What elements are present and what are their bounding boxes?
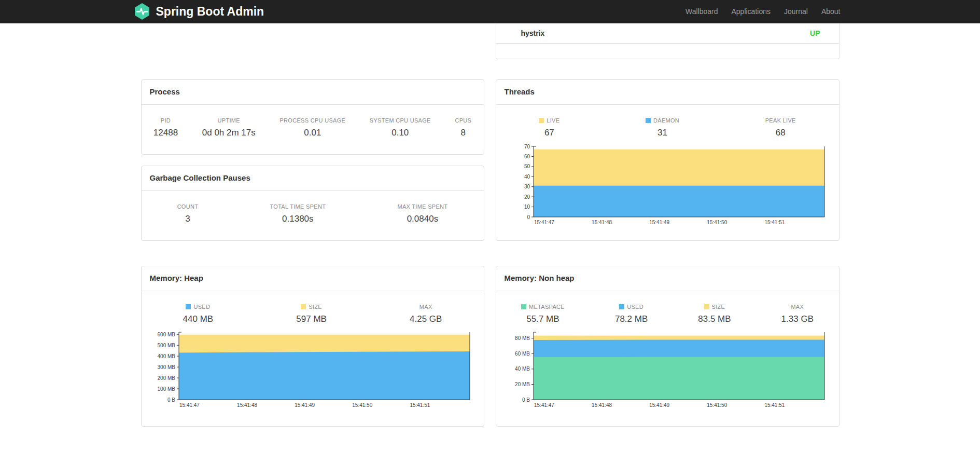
legend-value: 1.33 GB — [781, 314, 814, 324]
threads-legend: LIVE 67 DAEMON 31 PEAK LIVE 68 — [496, 105, 839, 138]
nav-link-about[interactable]: About — [815, 0, 847, 23]
panel-health: hystrix UP — [496, 23, 839, 59]
metric-label: TOTAL TIME SPENT — [270, 203, 326, 210]
legend-used: USED 78.2 MB — [615, 304, 648, 324]
size-swatch-icon — [301, 304, 306, 309]
legend-value: 4.25 GB — [410, 314, 442, 324]
svg-text:400 MB: 400 MB — [157, 353, 175, 359]
nonheap-chart: 0 B20 MB40 MB60 MB80 MB15:41:4715:41:481… — [503, 328, 839, 412]
svg-text:40 MB: 40 MB — [515, 366, 530, 372]
metric-label: CPUS — [455, 117, 471, 124]
spring-boot-admin-logo-icon — [133, 3, 151, 20]
svg-text:100 MB: 100 MB — [157, 386, 175, 392]
svg-text:600 MB: 600 MB — [157, 332, 175, 337]
svg-text:15:41:47: 15:41:47 — [534, 402, 554, 408]
metric-value: 0.0840s — [397, 214, 447, 224]
health-status-badge: UP — [810, 29, 820, 37]
svg-text:15:41:49: 15:41:49 — [295, 402, 315, 408]
legend-value: 68 — [765, 128, 796, 138]
svg-text:60 MB: 60 MB — [515, 351, 530, 357]
metric-cpus: CPUS 8 — [455, 117, 471, 138]
svg-text:500 MB: 500 MB — [157, 343, 175, 348]
metric-label: PID — [153, 117, 178, 124]
used-swatch-icon — [619, 304, 624, 309]
nav-link-wallboard[interactable]: Wallboard — [679, 0, 725, 23]
svg-text:15:41:48: 15:41:48 — [592, 220, 612, 225]
panel-threads: Threads LIVE 67 DAEMON 31 PEAK LIVE 68 — [496, 79, 839, 241]
legend-label: METASPACE — [529, 304, 565, 310]
svg-text:200 MB: 200 MB — [157, 375, 175, 381]
metric-process-cpu: PROCESS CPU USAGE 0.01 — [279, 117, 345, 138]
panel-gc-pauses: Garbage Collection Pauses COUNT 3 TOTAL … — [141, 166, 484, 241]
metric-system-cpu: SYSTEM CPU USAGE 0.10 — [370, 117, 431, 138]
panel-title: Memory: Non heap — [496, 266, 839, 291]
health-row-hystrix: hystrix UP — [496, 23, 839, 44]
used-swatch-icon — [186, 304, 191, 309]
metric-label: COUNT — [177, 203, 199, 210]
svg-text:60: 60 — [524, 154, 530, 159]
svg-text:15:41:47: 15:41:47 — [179, 402, 200, 408]
svg-text:70: 70 — [524, 144, 530, 149]
metric-value: 12488 — [153, 128, 178, 138]
legend-value: 67 — [539, 128, 559, 138]
nav-link-applications[interactable]: Applications — [724, 0, 777, 23]
legend-value: 31 — [646, 128, 679, 138]
svg-text:10: 10 — [524, 204, 530, 210]
metric-pid: PID 12488 — [153, 117, 178, 138]
legend-peak-live: PEAK LIVE 68 — [765, 117, 796, 138]
legend-size: SIZE 83.5 MB — [698, 304, 731, 324]
metric-gc-max-time: MAX TIME SPENT 0.0840s — [397, 203, 447, 224]
navbar-links: Wallboard Applications Journal About — [679, 0, 847, 23]
svg-text:15:41:49: 15:41:49 — [649, 220, 669, 225]
svg-text:20: 20 — [524, 194, 530, 200]
legend-value: 440 MB — [183, 314, 214, 324]
metric-label: SYSTEM CPU USAGE — [370, 117, 431, 124]
svg-text:80 MB: 80 MB — [515, 335, 530, 341]
metaspace-swatch-icon — [521, 304, 526, 309]
size-swatch-icon — [704, 304, 709, 309]
metric-value: 0.10 — [370, 128, 431, 138]
panel-memory-heap: Memory: Heap USED 440 MB SIZE 597 MB MAX… — [141, 266, 484, 427]
legend-size: SIZE 597 MB — [296, 304, 327, 324]
brand-link[interactable]: Spring Boot Admin — [133, 3, 264, 20]
metric-value: 0d 0h 2m 17s — [202, 128, 256, 138]
legend-label: USED — [627, 304, 643, 310]
svg-text:15:41:50: 15:41:50 — [707, 220, 727, 225]
panel-memory-nonheap: Memory: Non heap METASPACE 55.7 MB USED … — [496, 266, 839, 427]
live-swatch-icon — [539, 118, 544, 123]
legend-value: 597 MB — [296, 314, 327, 324]
legend-label: DAEMON — [653, 117, 679, 124]
legend-daemon: DAEMON 31 — [646, 117, 679, 138]
legend-live: LIVE 67 — [539, 117, 559, 138]
legend-label: PEAK LIVE — [765, 117, 796, 124]
nav-link-journal[interactable]: Journal — [777, 0, 815, 23]
svg-text:15:41:49: 15:41:49 — [649, 402, 669, 408]
metric-value: 0.01 — [279, 128, 345, 138]
navbar: Spring Boot Admin Wallboard Applications… — [0, 0, 980, 23]
heap-legend: USED 440 MB SIZE 597 MB MAX 4.25 GB — [142, 291, 484, 324]
metric-gc-count: COUNT 3 — [177, 203, 199, 224]
legend-max: MAX 1.33 GB — [781, 304, 814, 324]
panel-process: Process PID 12488 UPTIME 0d 0h 2m 17s PR… — [141, 79, 484, 155]
legend-max: MAX 4.25 GB — [410, 304, 442, 324]
health-item-name: hystrix — [521, 29, 545, 37]
gc-metrics: COUNT 3 TOTAL TIME SPENT 0.1380s MAX TIM… — [142, 191, 484, 224]
heap-chart: 0 B100 MB200 MB300 MB400 MB500 MB600 MB1… — [149, 328, 484, 412]
metric-value: 8 — [455, 128, 471, 138]
legend-value: 78.2 MB — [615, 314, 648, 324]
process-metrics: PID 12488 UPTIME 0d 0h 2m 17s PROCESS CP… — [142, 105, 484, 138]
svg-text:15:41:51: 15:41:51 — [764, 220, 785, 225]
metric-value: 0.1380s — [270, 214, 326, 224]
panel-title: Process — [142, 80, 484, 105]
panel-title: Threads — [496, 80, 839, 105]
svg-text:0: 0 — [527, 214, 530, 220]
legend-value: 55.7 MB — [521, 314, 565, 324]
svg-text:15:41:50: 15:41:50 — [707, 402, 727, 408]
metric-uptime: UPTIME 0d 0h 2m 17s — [202, 117, 256, 138]
metric-label: PROCESS CPU USAGE — [279, 117, 345, 124]
daemon-swatch-icon — [646, 118, 651, 123]
legend-label: MAX — [419, 304, 432, 310]
panel-title: Garbage Collection Pauses — [142, 166, 484, 191]
svg-text:15:41:51: 15:41:51 — [764, 402, 785, 408]
svg-text:15:41:48: 15:41:48 — [592, 402, 612, 408]
